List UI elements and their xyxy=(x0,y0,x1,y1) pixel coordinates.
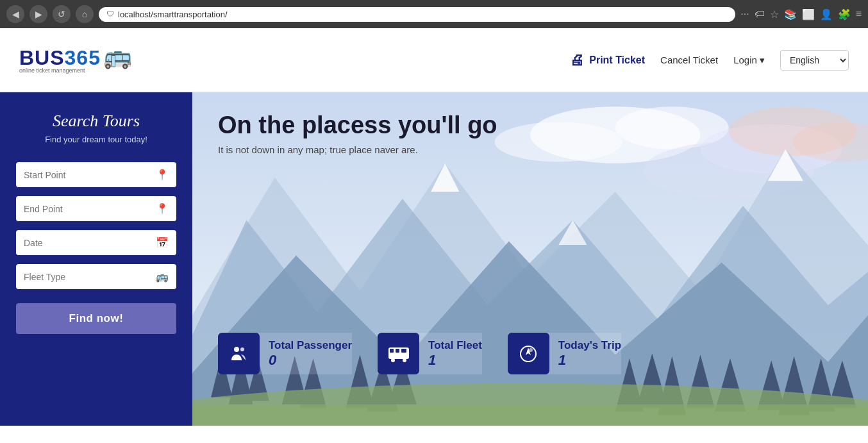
page: BUS365 🚌 online ticket management 🖨 Prin… xyxy=(0,28,868,443)
stat-trip-info: Today's Trip 1 xyxy=(558,339,621,369)
hero-background: On the placess you'll go It is not down … xyxy=(192,92,868,426)
passengers-icon xyxy=(229,344,249,364)
passenger-icon-box xyxy=(218,333,260,374)
more-icon[interactable]: ··· xyxy=(740,8,749,21)
browser-chrome: ◀ ▶ ↺ ⌂ 🛡 localhost/smarttransportation/… xyxy=(0,0,868,28)
svg-rect-32 xyxy=(192,405,868,426)
print-ticket-button[interactable]: 🖨 Print Ticket xyxy=(570,52,645,69)
pocket-icon[interactable]: 🏷 xyxy=(755,8,765,21)
start-point-icon: 📍 xyxy=(156,169,169,181)
trip-icon xyxy=(518,344,538,364)
reload-button[interactable]: ↺ xyxy=(53,5,71,23)
star-icon[interactable]: ☆ xyxy=(770,8,779,21)
end-point-input-wrap: 📍 xyxy=(16,196,176,221)
svg-point-34 xyxy=(240,347,244,351)
stat-trip-label: Today's Trip xyxy=(558,339,621,352)
search-sidebar: Search Tours Find your dream tour today!… xyxy=(0,92,192,426)
stat-todays-trip: Today's Trip 1 xyxy=(508,333,621,374)
home-button[interactable]: ⌂ xyxy=(76,5,94,23)
end-point-icon: 📍 xyxy=(156,203,169,215)
stat-fleet-label: Total Fleet xyxy=(428,339,482,352)
start-point-input[interactable] xyxy=(24,170,151,180)
svg-rect-37 xyxy=(396,349,399,353)
fleet-icon-box xyxy=(378,333,419,374)
address-bar[interactable]: 🛡 localhost/smarttransportation/ xyxy=(99,7,735,22)
stat-passenger-info: Total Passenger 0 xyxy=(269,339,352,369)
security-icon: 🛡 xyxy=(106,10,114,19)
svg-point-33 xyxy=(234,347,239,352)
forward-button[interactable]: ▶ xyxy=(29,5,47,23)
print-ticket-label: Print Ticket xyxy=(589,54,645,66)
stat-passenger-label: Total Passenger xyxy=(269,339,352,352)
end-point-input[interactable] xyxy=(24,204,151,214)
header: BUS365 🚌 online ticket management 🖨 Prin… xyxy=(0,28,868,92)
stat-total-fleet: Total Fleet 1 xyxy=(378,333,482,374)
svg-rect-38 xyxy=(401,349,406,353)
hero-subtitle: It is not down in any map; true place na… xyxy=(218,144,497,155)
back-button[interactable]: ◀ xyxy=(6,5,24,23)
end-point-group: 📍 xyxy=(16,196,176,221)
hero-title: On the placess you'll go xyxy=(218,112,497,139)
stat-fleet-info: Total Fleet 1 xyxy=(428,339,482,369)
svg-point-42 xyxy=(529,348,533,352)
menu-icon[interactable]: ≡ xyxy=(856,8,862,21)
extensions-icon[interactable]: 🧩 xyxy=(838,8,851,21)
fleet-type-icon: 🚌 xyxy=(156,271,169,283)
browser-actions: ··· 🏷 ☆ xyxy=(740,8,778,21)
stats-row: Total Passenger 0 xyxy=(218,333,621,374)
brand-name: BUS365 xyxy=(19,46,101,70)
start-point-input-wrap: 📍 xyxy=(16,162,176,187)
customers-section: Our Customers Say xyxy=(0,426,868,443)
language-select[interactable]: English French Spanish Arabic xyxy=(780,50,849,71)
stat-fleet-value: 1 xyxy=(428,352,482,369)
date-input-wrap: 📅 xyxy=(16,230,176,255)
header-nav: 🖨 Print Ticket Cancel Ticket Login ▾ Eng… xyxy=(570,50,849,71)
sidebar-subtitle: Find your dream tour today! xyxy=(16,135,176,144)
profile-icon[interactable]: 👤 xyxy=(820,8,833,21)
date-group: 📅 xyxy=(16,230,176,255)
start-point-group: 📍 xyxy=(16,162,176,187)
svg-rect-36 xyxy=(390,349,394,353)
bus-logo-icon: 🚌 xyxy=(103,43,132,70)
library-icon[interactable]: 📚 xyxy=(784,8,797,21)
date-input[interactable] xyxy=(24,238,151,248)
chevron-down-icon: ▾ xyxy=(760,54,765,65)
stat-total-passenger: Total Passenger 0 xyxy=(218,333,352,374)
url-text: localhost/smarttransportation/ xyxy=(118,10,228,19)
fleet-type-input[interactable] xyxy=(24,272,151,282)
print-icon: 🖨 xyxy=(570,52,584,69)
fleet-type-input-wrap: 🚌 xyxy=(16,264,176,289)
hero-content: On the placess you'll go It is not down … xyxy=(218,112,497,181)
svg-point-3 xyxy=(495,122,622,162)
logo-area: BUS365 🚌 online ticket management xyxy=(19,46,132,74)
browser-right-icons: 📚 ⬜ 👤 🧩 ≡ xyxy=(784,8,862,21)
cancel-ticket-button[interactable]: Cancel Ticket xyxy=(660,54,718,65)
svg-point-40 xyxy=(403,358,406,362)
fleet-type-group: 🚌 xyxy=(16,264,176,289)
logo: BUS365 🚌 online ticket management xyxy=(19,46,132,74)
stat-passenger-value: 0 xyxy=(269,352,352,369)
stat-trip-value: 1 xyxy=(558,352,621,369)
tabs-icon[interactable]: ⬜ xyxy=(802,8,815,21)
hero-section: Search Tours Find your dream tour today!… xyxy=(0,92,868,426)
trip-icon-box xyxy=(508,333,549,374)
sidebar-title: Search Tours xyxy=(16,112,176,131)
bus-icon xyxy=(387,345,410,363)
find-now-button[interactable]: Find now! xyxy=(16,303,176,334)
svg-point-39 xyxy=(391,358,395,362)
login-button[interactable]: Login ▾ xyxy=(733,54,765,66)
calendar-icon: 📅 xyxy=(156,237,169,249)
